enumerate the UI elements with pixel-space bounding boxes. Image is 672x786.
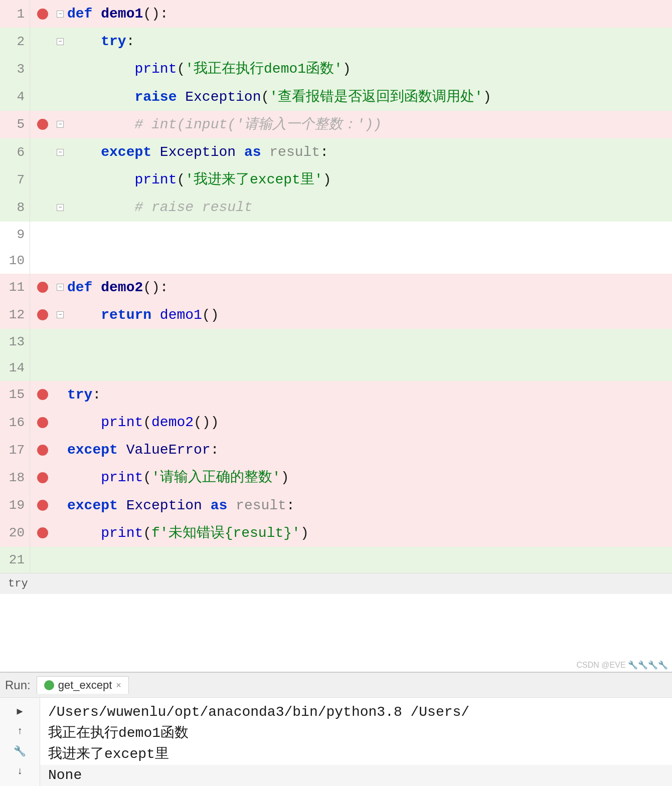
- fold-indicator[interactable]: −: [55, 138, 65, 166]
- fold-indicator[interactable]: −: [55, 274, 65, 301]
- line-number: 2: [0, 28, 30, 55]
- breakpoint-area[interactable]: [30, 222, 55, 248]
- breakpoint-area[interactable]: [30, 519, 55, 547]
- token-comment: # raise result: [134, 198, 252, 217]
- fold-indicator[interactable]: −: [55, 0, 65, 28]
- code-line: 10: [0, 248, 672, 274]
- token-str: '请输入正确的整数': [151, 468, 281, 487]
- fold-indicator[interactable]: [55, 222, 65, 248]
- code-content: def demo1():: [65, 0, 672, 28]
- token-normal: ():: [143, 4, 168, 24]
- fold-box[interactable]: −: [57, 11, 64, 18]
- breakpoint-dot: [37, 9, 48, 20]
- fold-indicator[interactable]: −: [55, 301, 65, 329]
- fold-indicator[interactable]: [55, 329, 65, 355]
- token-normal: [67, 413, 101, 432]
- line-number: 21: [0, 547, 30, 573]
- breakpoint-area[interactable]: [30, 329, 55, 355]
- breakpoint-area[interactable]: [30, 274, 55, 301]
- output-line: /Users/wuwenlu/opt/anaconda3/bin/python3…: [48, 702, 664, 723]
- code-content: [65, 355, 672, 381]
- wrench-button[interactable]: 🔧: [9, 742, 31, 760]
- token-builtin: demo1: [160, 305, 202, 325]
- token-normal: :: [320, 142, 328, 162]
- breakpoint-area[interactable]: [30, 409, 55, 436]
- fold-indicator[interactable]: [55, 464, 65, 491]
- token-exc: Exception: [126, 496, 211, 515]
- token-builtin: print: [101, 413, 143, 432]
- fold-indicator[interactable]: [55, 409, 65, 436]
- code-line: 15try:: [0, 381, 672, 409]
- token-str: '我正在执行demo1函数': [185, 59, 343, 79]
- fold-box[interactable]: −: [57, 38, 64, 45]
- fold-indicator[interactable]: [55, 83, 65, 111]
- breakpoint-area[interactable]: [30, 83, 55, 111]
- breakpoint-area[interactable]: [30, 355, 55, 381]
- line-number: 20: [0, 519, 30, 547]
- breakpoint-area[interactable]: [30, 111, 55, 138]
- token-exc: Exception: [185, 87, 261, 107]
- line-number: 19: [0, 492, 30, 519]
- run-label: Run:: [5, 678, 31, 692]
- line-number: 11: [0, 274, 30, 301]
- output-line: 我进来了except里: [48, 744, 664, 765]
- token-normal: :: [286, 496, 295, 515]
- token-builtin: print: [101, 468, 143, 487]
- token-normal: (: [177, 170, 185, 189]
- scroll-down-button[interactable]: ↓: [9, 762, 31, 780]
- fold-box[interactable]: −: [57, 149, 64, 156]
- line-number: 13: [0, 329, 30, 355]
- token-exc: Exception: [160, 142, 244, 162]
- line-number: 15: [0, 381, 30, 409]
- token-kw: return: [101, 305, 160, 325]
- fold-indicator[interactable]: [55, 519, 65, 547]
- fold-indicator[interactable]: [55, 547, 65, 573]
- breakpoint-area[interactable]: [30, 193, 55, 221]
- play-button[interactable]: ▶: [9, 702, 31, 720]
- breakpoint-area[interactable]: [30, 166, 55, 193]
- close-tab-button[interactable]: ×: [116, 680, 121, 691]
- code-line: 4 raise Exception('查看报错是否返回到函数调用处'): [0, 83, 672, 111]
- breakpoint-area[interactable]: [30, 55, 55, 83]
- fold-box[interactable]: −: [57, 204, 64, 211]
- token-normal: [67, 523, 101, 543]
- code-line: 19except Exception as result:: [0, 492, 672, 519]
- fold-box[interactable]: −: [57, 284, 64, 291]
- breakpoint-area[interactable]: [30, 138, 55, 166]
- breakpoint-area[interactable]: [30, 28, 55, 55]
- token-normal: (): [202, 305, 219, 325]
- code-line: 20 print(f'未知错误{result}'): [0, 519, 672, 547]
- fold-indicator[interactable]: [55, 248, 65, 274]
- scroll-up-button[interactable]: ↑: [9, 722, 31, 740]
- fold-indicator[interactable]: [55, 381, 65, 409]
- token-normal: ): [281, 468, 289, 487]
- code-line: 13: [0, 329, 672, 355]
- breakpoint-area[interactable]: [30, 547, 55, 573]
- stop-button[interactable]: ■: [9, 782, 31, 786]
- fold-indicator[interactable]: [55, 355, 65, 381]
- breakpoint-area[interactable]: [30, 381, 55, 409]
- breakpoint-area[interactable]: [30, 301, 55, 329]
- breakpoint-area[interactable]: [30, 436, 55, 464]
- breakpoint-area[interactable]: [30, 464, 55, 491]
- run-tab[interactable]: get_except ×: [37, 676, 129, 694]
- fold-indicator[interactable]: −: [55, 28, 65, 55]
- fold-indicator[interactable]: [55, 166, 65, 193]
- run-tab-bar: Run: get_except ×: [0, 673, 672, 698]
- fold-box[interactable]: −: [57, 311, 64, 318]
- token-normal: [67, 170, 134, 189]
- fold-indicator[interactable]: [55, 436, 65, 464]
- breakpoint-area[interactable]: [30, 248, 55, 274]
- token-str: '查看报错是否返回到函数调用处': [269, 87, 483, 107]
- code-line: 7 print('我进来了except里'): [0, 166, 672, 193]
- code-content: print(demo2()): [65, 409, 672, 436]
- fold-indicator[interactable]: −: [55, 193, 65, 221]
- breakpoint-area[interactable]: [30, 0, 55, 28]
- fold-indicator[interactable]: −: [55, 111, 65, 138]
- fold-indicator[interactable]: [55, 55, 65, 83]
- fold-indicator[interactable]: [55, 492, 65, 519]
- fold-box[interactable]: −: [57, 121, 64, 128]
- breakpoint-area[interactable]: [30, 492, 55, 519]
- code-line: 2− try:: [0, 28, 672, 55]
- token-comment: # int(input('请输入一个整数：')): [134, 115, 382, 134]
